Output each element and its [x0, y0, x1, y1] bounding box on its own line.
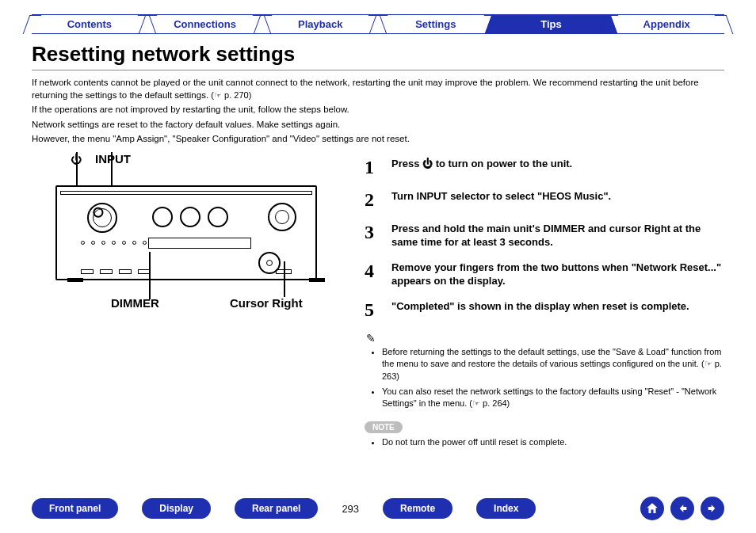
step-text: Turn INPUT selector to select "HEOS Musi… — [391, 189, 724, 211]
rear-panel-button[interactable]: Rear panel — [235, 498, 318, 519]
intro-p2: If the operations are not improved by re… — [32, 104, 724, 116]
remote-button[interactable]: Remote — [383, 498, 452, 519]
prev-page-icon[interactable] — [670, 497, 694, 520]
page-number: 293 — [342, 503, 359, 515]
steps-list: 1 Press ⏻ to turn on power to the unit. … — [365, 157, 724, 321]
note1-text: Do not turn the power off until reset is… — [382, 436, 724, 448]
intro-p1: If network contents cannot be played or … — [32, 78, 699, 100]
home-icon[interactable] — [640, 497, 664, 520]
tab-connections[interactable]: Connections — [147, 14, 263, 33]
intro-p3: Network settings are reset to the factor… — [32, 119, 724, 131]
front-panel-button[interactable]: Front panel — [32, 498, 118, 519]
index-button[interactable]: Index — [476, 498, 536, 519]
step-2: 2 Turn INPUT selector to select "HEOS Mu… — [365, 189, 724, 211]
top-tabs: Contents Connections Playback Settings T… — [32, 14, 724, 34]
tab-playback[interactable]: Playback — [262, 14, 378, 33]
step-number: 1 — [365, 157, 380, 178]
step-number: 3 — [365, 222, 380, 249]
page-ref-264[interactable]: (☞ p. 264) — [469, 398, 510, 408]
volume-knob — [268, 203, 296, 231]
caution-notes: Do not turn the power off until reset is… — [365, 436, 724, 448]
tab-appendix[interactable]: Appendix — [609, 14, 724, 33]
label-dimmer: DIMMER — [111, 296, 159, 310]
label-cursor-right: Cursor Right — [230, 296, 303, 310]
input-selector-knob — [87, 203, 117, 233]
display-button[interactable]: Display — [142, 498, 211, 519]
device-illustration: ⏻ INPUT DIMMER Cursor Right — [32, 157, 341, 331]
step-4: 4 Remove your fingers from the two butto… — [365, 261, 724, 288]
page-title: Resetting network settings — [32, 42, 724, 67]
tab-contents[interactable]: Contents — [32, 14, 147, 33]
step-text: Press ⏻ to turn on power to the unit. — [391, 157, 724, 178]
step-number: 4 — [365, 261, 380, 288]
step-1: 1 Press ⏻ to turn on power to the unit. — [365, 157, 724, 178]
note-badge: NOTE — [365, 421, 403, 433]
intro-text: If network contents cannot be played or … — [32, 77, 724, 146]
step-text: "Completed" is shown in the display when… — [391, 299, 724, 321]
tab-settings[interactable]: Settings — [378, 14, 494, 33]
bottom-nav: Front panel Display Rear panel 293 Remot… — [32, 497, 724, 520]
label-input: INPUT — [95, 152, 131, 166]
front-display — [148, 238, 251, 249]
next-page-icon[interactable] — [701, 497, 724, 520]
tip-notes: Before returning the settings to the def… — [365, 346, 724, 410]
step-number: 5 — [365, 299, 380, 321]
page-ref-270[interactable]: (☞ p. 270) — [211, 89, 251, 101]
tab-tips[interactable]: Tips — [494, 14, 609, 33]
tip1-text: Before returning the settings to the def… — [382, 347, 722, 368]
step-5: 5 "Completed" is shown in the display wh… — [365, 299, 724, 321]
step-number: 2 — [365, 189, 380, 211]
tip2-text: You can also reset the network settings … — [382, 386, 716, 408]
intro-p4: However, the menu "Amp Assign", "Speaker… — [32, 133, 724, 146]
step-text: Remove your fingers from the two buttons… — [391, 261, 724, 288]
pencil-icon: ✎ — [366, 332, 724, 345]
step-3: 3 Press and hold the main unit's DIMMER … — [365, 222, 724, 249]
step-text: Press and hold the main unit's DIMMER an… — [391, 222, 724, 249]
